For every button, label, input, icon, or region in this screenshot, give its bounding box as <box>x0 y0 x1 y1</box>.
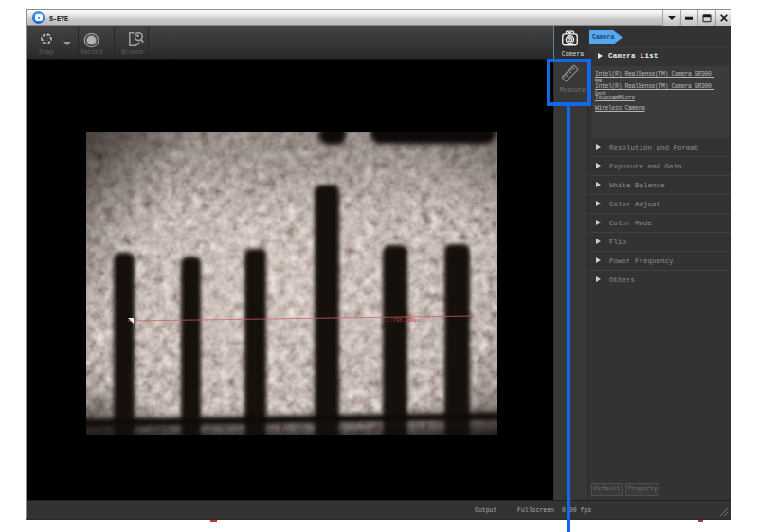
svg-text:L:706.000px: L:706.000px <box>387 317 422 324</box>
